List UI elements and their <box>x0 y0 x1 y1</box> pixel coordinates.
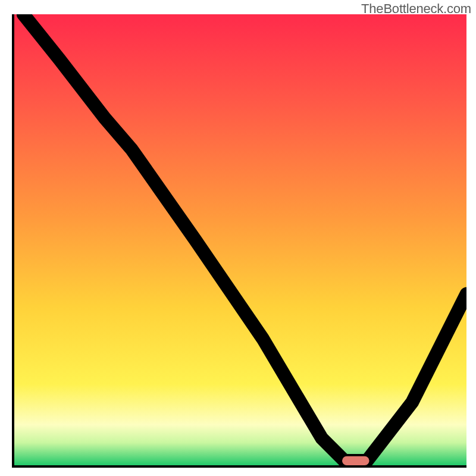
optimum-marker <box>342 456 369 465</box>
chart-container: TheBottleneck.com <box>0 0 476 476</box>
plot-area <box>12 14 466 468</box>
curve-layer <box>14 14 466 465</box>
bottleneck-curve <box>23 14 466 461</box>
